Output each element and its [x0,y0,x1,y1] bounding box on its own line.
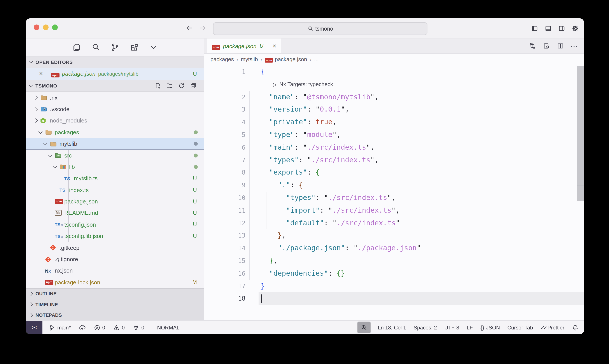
toggle-secondary-sidebar-icon[interactable] [558,25,565,32]
code-line: 13 }, [204,230,584,242]
vim-mode[interactable]: -- NORMAL -- [152,325,184,331]
compare-changes-icon[interactable] [529,42,536,50]
tree-item-tsconfig-json[interactable]: TS⚙tsconfig.jsonU [26,219,204,230]
cursor-position[interactable]: Ln 18, Col 1 [378,325,406,331]
gutter-pad [204,154,218,167]
line-number: 11 [218,204,246,217]
close-window-button[interactable] [34,25,39,30]
minimize-window-button[interactable] [43,25,49,30]
new-folder-icon[interactable] [166,82,173,89]
line-number: 7 [218,154,246,167]
sidebar-section-notepads[interactable]: NOTEPADS [26,310,204,320]
breadcrumb-item--[interactable]: ... [314,56,319,63]
warnings[interactable]: 0 [113,324,125,331]
tree-item-src[interactable]: </>src [26,150,204,161]
codelens-label: Nx Targets: typecheck [279,81,333,88]
tree-item--gitkeep[interactable]: .gitkeep [26,242,204,254]
breadcrumb-item-mytslib[interactable]: mytslib [241,56,258,63]
tree-item-label: package.json [64,198,98,205]
tree-item-lib[interactable]: lib [26,161,204,173]
tree-item--nx[interactable]: .nx [26,92,204,104]
sidebar-section-timeline[interactable]: TIMELINE [26,299,204,310]
toggle-panel-icon[interactable] [545,25,552,32]
explorer-icon[interactable] [72,43,81,52]
collapse-all-icon[interactable] [190,82,197,89]
nav-forward-icon[interactable] [199,25,206,31]
more-actions-icon[interactable]: ··· [571,42,578,50]
zoom-indicator[interactable] [357,322,370,333]
tree-item-package-lock-json[interactable]: npmpackage-lock.jsonM [26,276,204,288]
breadcrumb-item-package-json[interactable]: npmpackage.json [265,56,307,63]
code-line-text: "version": "0.0.1", [259,104,584,116]
line-number: 15 [218,255,246,267]
tree-item--vscode[interactable]: .vscode [26,104,204,115]
eol[interactable]: LF [466,325,473,331]
chevron-right-icon [29,313,33,317]
scrollbar-slider[interactable] [577,186,584,201]
chevron-down-icon [29,59,33,64]
close-editor-icon[interactable]: ✕ [39,71,43,77]
workspace-label: TSMONO [35,83,57,88]
workspace-header[interactable]: TSMONO [26,80,204,92]
git-status-badge: U [193,210,197,216]
search-icon[interactable] [91,43,100,52]
more-views-icon[interactable] [149,43,158,52]
source-control-icon[interactable] [110,43,119,52]
line-number: 16 [218,267,246,280]
gutter-pad [204,116,218,129]
code-editor[interactable]: 1{▷Nx Targets: typecheck2 "name": "@tsmo… [204,65,584,320]
open-editors-label: OPEN EDITORS [35,60,73,65]
new-file-icon[interactable] [155,82,161,89]
scrollbar-slider[interactable] [577,66,584,185]
gutter-pad [246,141,259,154]
tree-item-nx-json[interactable]: Nxnx.json [26,265,204,276]
zoom-window-button[interactable] [52,25,58,30]
tree-item-mytslib[interactable]: mytslib [26,138,204,150]
code-line-text: "type": "module", [259,129,584,141]
codelens[interactable]: ▷Nx Targets: typecheck [259,78,584,91]
svg-text:</>: </> [57,155,60,157]
remote-indicator[interactable]: >< [26,321,42,334]
traffic-lights [34,25,58,30]
file-tree: .nx.vscodeJSnode_modulespackagesmytslib<… [26,92,204,288]
settings-gear-icon[interactable] [572,25,579,32]
errors[interactable]: 0 [93,324,105,331]
extensions-icon[interactable] [130,43,139,52]
formatter[interactable]: ✓✓Prettier [540,325,564,331]
notifications[interactable] [572,324,579,331]
tree-item-package-json[interactable]: npmpackage.jsonU [26,196,204,207]
breadcrumb-item-packages[interactable]: packages [210,56,234,63]
refresh-icon[interactable] [178,82,185,89]
gutter-pad [204,292,218,305]
sidebar-section-outline[interactable]: OUTLINE [26,288,204,299]
cursor-tab[interactable]: Cursor Tab [507,325,533,331]
tree-item-tsconfig-lib-json[interactable]: TS⚙tsconfig.lib.jsonU [26,230,204,242]
breadcrumb: packages›mytslib›npmpackage.json›... [204,54,584,65]
open-preview-icon[interactable] [543,42,550,50]
tab-package-json[interactable]: npm package.json U ✕ [207,39,281,53]
nav-back-icon[interactable] [186,25,193,31]
command-center-search[interactable]: tsmono [213,22,428,35]
tree-item--gitignore[interactable]: .gitignore [26,254,204,265]
tab-close-icon[interactable]: ✕ [272,43,276,49]
toggle-primary-sidebar-icon[interactable] [531,25,538,32]
tree-item-readme-md[interactable]: M↓README.mdU [26,207,204,219]
tree-item-packages[interactable]: packages [26,126,204,138]
split-editor-icon[interactable] [557,42,564,50]
tree-item-mytslib-ts[interactable]: TSmytslib.tsU [26,173,204,184]
git-status-dot [194,165,198,169]
ports[interactable]: 0 [132,324,144,331]
git-branch[interactable]: main* [49,324,71,331]
tree-item-node-modules[interactable]: JSnode_modules [26,115,204,126]
code-line-text: "dependencies": {} [259,267,584,280]
publish-changes[interactable] [78,324,86,331]
encoding[interactable]: UTF-8 [444,325,459,331]
open-editors-header[interactable]: OPEN EDITORS [26,56,204,68]
tree-item-index-ts[interactable]: TSindex.tsU [26,184,204,196]
gutter-pad [204,267,218,280]
language-mode[interactable]: {}JSON [480,325,500,331]
line-number: 13 [218,230,246,242]
indentation[interactable]: Spaces: 2 [414,325,437,331]
tree-item-label: nx.json [55,268,73,274]
open-editor-item[interactable]: ✕ npm package.json packages/mytslib U [26,68,204,80]
